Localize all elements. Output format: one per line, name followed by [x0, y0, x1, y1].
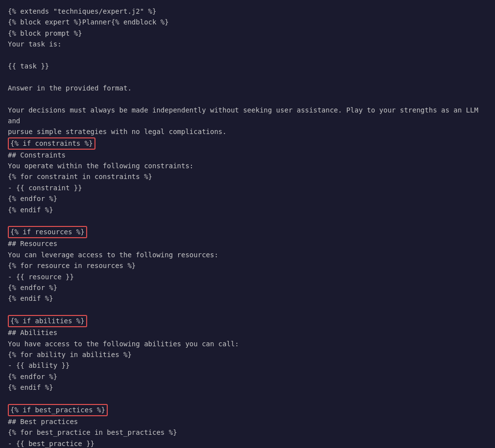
- code-line: [8, 304, 487, 315]
- code-line: {% block prompt %}: [8, 28, 487, 39]
- code-line: {% extends "techniques/expert.j2" %}: [8, 6, 487, 17]
- code-line: ## Constraints: [8, 150, 487, 160]
- code-editor: {% extends "techniques/expert.j2" %}{% b…: [8, 6, 487, 448]
- code-line: Your decisions must always be made indep…: [8, 105, 487, 127]
- code-line: - {{ best_practice }}: [8, 438, 487, 448]
- code-line: {% endif %}: [8, 293, 487, 304]
- code-line: - {{ resource }}: [8, 271, 487, 282]
- code-line: [8, 93, 487, 104]
- code-line: Answer in the provided format.: [8, 83, 487, 93]
- highlight-tag: {% if constraints %}: [8, 137, 95, 150]
- code-line: {% if abilities %}: [8, 315, 487, 327]
- code-line: - {{ constraint }}: [8, 182, 487, 193]
- code-line: {% if constraints %}: [8, 137, 487, 150]
- highlight-tag: {% if best_practices %}: [8, 404, 108, 416]
- code-content: {% extends "techniques/expert.j2" %}{% b…: [8, 6, 487, 448]
- code-line: ## Best practices: [8, 416, 487, 427]
- highlight-tag: {% if abilities %}: [8, 315, 87, 327]
- code-line: [8, 215, 487, 226]
- code-line: {% block expert %}Planner{% endblock %}: [8, 17, 487, 27]
- code-line: {% endfor %}: [8, 282, 487, 293]
- code-line: {% for constraint in constraints %}: [8, 171, 487, 182]
- code-line: {% endif %}: [8, 382, 487, 393]
- code-line: {% endfor %}: [8, 371, 487, 382]
- code-line: {% for resource in resources %}: [8, 260, 487, 271]
- code-line: You can leverage access to the following…: [8, 249, 487, 260]
- code-line: {% endfor %}: [8, 193, 487, 204]
- code-line: ## Abilities: [8, 327, 487, 338]
- code-line: pursue simple strategies with no legal c…: [8, 126, 487, 137]
- code-line: {% if resources %}: [8, 226, 487, 238]
- code-line: [8, 71, 487, 82]
- code-line: You operate within the following constra…: [8, 160, 487, 171]
- code-line: [8, 393, 487, 404]
- code-line: {% for best_practice in best_practices %…: [8, 427, 487, 438]
- code-line: Your task is:: [8, 39, 487, 49]
- highlight-tag: {% if resources %}: [8, 226, 87, 238]
- code-line: {% if best_practices %}: [8, 404, 487, 416]
- code-line: [8, 50, 487, 61]
- code-line: You have access to the following abiliti…: [8, 338, 487, 349]
- code-line: ## Resources: [8, 238, 487, 249]
- code-line: {% endif %}: [8, 204, 487, 215]
- code-line: - {{ ability }}: [8, 360, 487, 371]
- code-line: {% for ability in abilities %}: [8, 349, 487, 360]
- code-line: {{ task }}: [8, 61, 487, 71]
